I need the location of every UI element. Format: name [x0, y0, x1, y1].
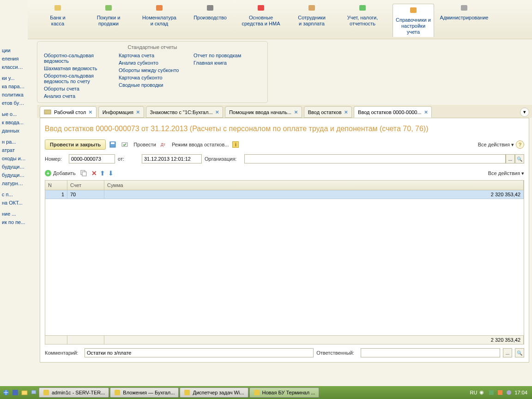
- taskbar-item[interactable]: Новая БУ Терминал ...: [249, 387, 320, 398]
- post-label[interactable]: Провести: [133, 142, 156, 147]
- nav-section[interactable]: Покупки ипродажи: [88, 4, 129, 37]
- sidebar-item[interactable]: политика: [0, 91, 28, 99]
- nav-section[interactable]: Производство: [189, 4, 231, 37]
- sidebar-item[interactable]: на ОКТ...: [0, 199, 28, 207]
- sidebar-item[interactable]: ции: [0, 46, 28, 54]
- sidebar-item[interactable]: н ра...: [0, 138, 28, 146]
- sidebar-item[interactable]: будущих...: [0, 171, 28, 179]
- col-sum[interactable]: Сумма: [104, 181, 524, 190]
- tray-icon[interactable]: [506, 389, 512, 396]
- sidebar-item[interactable]: с п...: [0, 190, 28, 199]
- help-icon[interactable]: ?: [516, 140, 524, 149]
- tabs-more-button[interactable]: ▾: [520, 108, 529, 117]
- report-link[interactable]: Сводные проводки: [119, 81, 186, 89]
- grid-body[interactable]: 1 70 2 320 353,42: [45, 190, 524, 335]
- move-down-icon[interactable]: ⬇: [108, 169, 114, 177]
- org-input[interactable]: [244, 154, 506, 163]
- sidebar-item[interactable]: еления: [0, 54, 28, 63]
- close-icon[interactable]: ×: [89, 109, 92, 115]
- sidebar-item[interactable]: латурные...: [0, 179, 28, 187]
- cell-n[interactable]: 1: [45, 190, 67, 199]
- sidebar-item[interactable]: ые о...: [0, 110, 28, 118]
- nav-section[interactable]: Сотрудникии зарплата: [291, 4, 332, 37]
- tray-icon[interactable]: [497, 389, 503, 396]
- tab[interactable]: Знакомство с "1С:Бухгал...×: [146, 106, 224, 118]
- tab[interactable]: Помощник ввода началь...×: [225, 106, 302, 118]
- desktop-ql-icon[interactable]: [30, 388, 38, 397]
- report-link[interactable]: Обороты счета: [44, 85, 111, 92]
- delete-row-icon[interactable]: ✕: [91, 169, 97, 177]
- sidebar-item[interactable]: будущих ...: [0, 163, 28, 171]
- table-row[interactable]: 1 70 2 320 353,42: [45, 190, 524, 199]
- sidebar-item[interactable]: етов бухг...: [0, 99, 28, 107]
- col-account[interactable]: Счет: [67, 181, 104, 190]
- close-icon[interactable]: ×: [344, 109, 348, 115]
- ie-icon[interactable]: [2, 388, 10, 397]
- tab[interactable]: Ввод остатков×: [304, 106, 352, 118]
- close-icon[interactable]: ×: [294, 109, 298, 115]
- sidebar-item[interactable]: данных: [0, 127, 28, 135]
- sidebar-item[interactable]: к ввода...: [0, 118, 28, 127]
- sidebar-item[interactable]: атрат: [0, 146, 28, 154]
- cell-account[interactable]: 70: [67, 190, 104, 199]
- responsible-select-button[interactable]: ...: [503, 348, 512, 357]
- info-icon[interactable]: i: [230, 139, 241, 150]
- save-ql-icon[interactable]: [11, 388, 19, 397]
- taskbar-item[interactable]: Вложения — Бухгал...: [110, 387, 179, 398]
- dt-kt-icon[interactable]: Дт: [158, 139, 168, 150]
- nav-section[interactable]: Банк икасса: [37, 4, 79, 37]
- close-icon[interactable]: ×: [136, 109, 140, 115]
- language-indicator[interactable]: RU: [470, 390, 478, 395]
- report-link[interactable]: Главная книга: [193, 59, 261, 66]
- org-open-button[interactable]: 🔍: [515, 154, 524, 163]
- col-n[interactable]: N: [45, 181, 67, 190]
- explorer-ql-icon[interactable]: [20, 388, 29, 397]
- nav-section[interactable]: Номенклатураи склад: [139, 4, 180, 37]
- comment-input[interactable]: [85, 348, 314, 357]
- tab[interactable]: Рабочий стол×: [40, 106, 97, 118]
- clock[interactable]: 17:04: [514, 390, 527, 395]
- sidebar-item[interactable]: оходы и ...: [0, 154, 28, 163]
- report-link[interactable]: Обороты между субконто: [119, 66, 186, 74]
- close-icon[interactable]: ×: [424, 109, 428, 115]
- report-link[interactable]: Анализ счета: [44, 92, 111, 100]
- sidebar-item[interactable]: ка парам...: [0, 82, 28, 91]
- move-up-icon[interactable]: ⬆: [100, 169, 105, 177]
- report-link[interactable]: Шахматная ведомость: [44, 65, 111, 72]
- nav-section[interactable]: Справочники инастройки учета: [393, 4, 434, 37]
- sidebar-item[interactable]: ние ...: [0, 210, 28, 218]
- tray-icon[interactable]: ◉: [479, 389, 486, 396]
- tray-icon[interactable]: [488, 389, 495, 396]
- close-icon[interactable]: ×: [216, 109, 219, 115]
- report-link[interactable]: Карточка субконто: [119, 74, 186, 81]
- taskbar-item[interactable]: admin1c - SERV-TER...: [39, 387, 109, 398]
- all-actions-link[interactable]: Все действия ▾: [478, 142, 514, 148]
- tab[interactable]: Информация×: [98, 106, 144, 118]
- taskbar-item[interactable]: Диспетчер задач Wi...: [180, 387, 248, 398]
- nav-section[interactable]: Администрирование: [443, 4, 485, 37]
- sidebar-item[interactable]: ик по пе...: [0, 218, 28, 226]
- date-input[interactable]: [142, 154, 202, 163]
- cell-sum[interactable]: 2 320 353,42: [104, 190, 524, 199]
- mode-link[interactable]: Режим ввода остатков...: [172, 142, 229, 147]
- sidebar-item[interactable]: ки у...: [0, 74, 28, 82]
- nav-section[interactable]: Основныесредства и НМА: [240, 4, 282, 37]
- report-link[interactable]: Оборотно-сальдовая ведомость: [44, 52, 111, 65]
- add-row-button[interactable]: +Добавить: [45, 170, 76, 176]
- table-all-actions[interactable]: Все действия ▾: [488, 170, 524, 176]
- number-input[interactable]: [69, 154, 115, 163]
- tab[interactable]: Ввод остатков 0000-0000...×: [354, 106, 432, 118]
- copy-row-icon[interactable]: [79, 168, 89, 178]
- report-link[interactable]: Анализ субконто: [119, 59, 186, 66]
- report-link[interactable]: Карточка счета: [119, 52, 186, 59]
- post-and-close-button[interactable]: Провести и закрыть: [45, 139, 106, 150]
- responsible-input[interactable]: [361, 348, 500, 357]
- report-link[interactable]: Оборотно-сальдовая ведомость по счету: [44, 72, 111, 85]
- sidebar-item[interactable]: классиф...: [0, 63, 28, 71]
- responsible-open-button[interactable]: 🔍: [515, 348, 524, 357]
- nav-section[interactable]: Учет, налоги,отчетность: [342, 4, 383, 37]
- post-button[interactable]: [120, 139, 130, 150]
- report-link[interactable]: Отчет по проводкам: [193, 52, 261, 59]
- save-icon[interactable]: [108, 139, 118, 150]
- org-select-button[interactable]: ...: [506, 154, 515, 163]
